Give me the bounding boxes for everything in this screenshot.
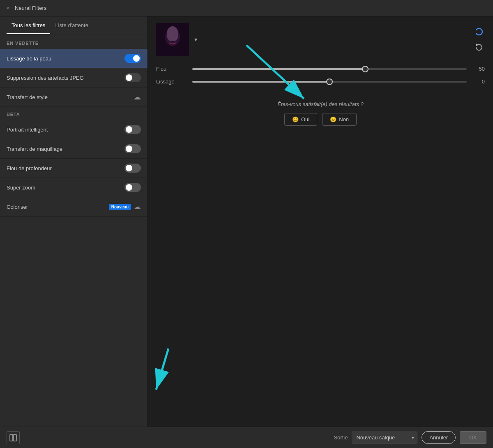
preview-row: ▾ xyxy=(156,23,485,56)
tab-tous-les-filtres[interactable]: Tous les filtres xyxy=(7,16,50,34)
slider-thumb-flou[interactable] xyxy=(362,66,369,72)
panel-icon-group xyxy=(473,26,485,53)
title-bar: × Neural Filters xyxy=(0,0,493,16)
oui-label: Oui xyxy=(301,116,309,122)
panel-toggle-button[interactable] xyxy=(7,431,20,444)
filter-label-coloriser: Coloriser xyxy=(7,204,28,210)
bottom-right: Sortie Nouveau calque Calque actif Docum… xyxy=(334,431,486,444)
non-icon: 😟 xyxy=(330,116,336,122)
filter-label-super-zoom: Super zoom xyxy=(7,185,35,191)
section-beta-heading: BÊTA xyxy=(0,112,147,120)
toggle-flou-profondeur[interactable] xyxy=(124,164,141,173)
svg-marker-10 xyxy=(476,44,479,46)
satisfaction-section: Êtes-vous satisfait(e) des résultats ? 😊… xyxy=(156,101,485,126)
bottom-bar: Sortie Nouveau calque Calque actif Docum… xyxy=(0,427,493,448)
filter-item-coloriser[interactable]: Coloriser Nouveau ☁ xyxy=(0,197,147,217)
oui-icon: 😊 xyxy=(292,116,299,122)
non-label: Non xyxy=(339,116,349,122)
slider-section: Flou 50 Lissage 0 xyxy=(156,66,485,91)
toggle-suppression[interactable] xyxy=(124,73,141,82)
satisfaction-question: Êtes-vous satisfait(e) des résultats ? xyxy=(277,101,364,107)
annuler-button[interactable]: Annuler xyxy=(422,431,456,444)
slider-row-flou: Flou 50 xyxy=(156,66,485,72)
tab-bar: Tous les filtres Liste d'attente xyxy=(0,16,147,34)
svg-rect-12 xyxy=(14,434,16,441)
toggle-super-zoom[interactable] xyxy=(124,183,141,192)
filter-label-transfert-maquillage: Transfert de maquillage xyxy=(7,146,62,152)
slider-label-flou: Flou xyxy=(156,66,189,72)
satisfaction-non-button[interactable]: 😟 Non xyxy=(322,113,357,126)
toggle-transfert-maquillage[interactable] xyxy=(124,144,141,153)
satisfaction-buttons: 😊 Oui 😟 Non xyxy=(284,113,357,126)
reset-icon-button[interactable] xyxy=(473,42,485,53)
slider-track-lissage[interactable] xyxy=(192,81,467,83)
svg-rect-11 xyxy=(10,434,13,441)
tab-liste-attente[interactable]: Liste d'attente xyxy=(50,16,93,34)
filter-item-super-zoom[interactable]: Super zoom xyxy=(0,178,147,197)
filter-item-flou-profondeur[interactable]: Flou de profondeur xyxy=(0,159,147,178)
filter-label-lissage: Lissage de la peau xyxy=(7,55,51,62)
filter-item-portrait[interactable]: Portrait intelligent xyxy=(0,120,147,139)
spinner-icon-button[interactable] xyxy=(473,26,485,37)
main-container: Tous les filtres Liste d'attente EN VEDE… xyxy=(0,16,493,427)
filter-label-portrait: Portrait intelligent xyxy=(7,127,48,133)
window-title: Neural Filters xyxy=(15,5,46,11)
slider-value-flou: 50 xyxy=(470,66,485,72)
cloud-icon-coloriser: ☁ xyxy=(134,202,141,211)
filter-item-lissage[interactable]: Lissage de la peau xyxy=(0,49,147,68)
slider-value-lissage: 0 xyxy=(470,79,485,85)
toggle-portrait[interactable] xyxy=(124,125,141,134)
slider-label-lissage: Lissage xyxy=(156,79,189,85)
preview-thumb-wrapper: ▾ xyxy=(156,23,201,56)
bottom-left xyxy=(7,431,20,444)
ok-button[interactable]: OK xyxy=(460,431,486,444)
slider-row-lissage: Lissage 0 xyxy=(156,79,485,85)
sortie-select[interactable]: Nouveau calque Calque actif Document act… xyxy=(352,432,417,443)
filter-item-transfert-style[interactable]: Transfert de style ☁ xyxy=(0,88,147,107)
section-en-vedette-heading: EN VEDETTE xyxy=(0,41,147,49)
cloud-icon-transfert-style: ☁ xyxy=(134,92,141,102)
svg-point-9 xyxy=(476,28,482,35)
right-panel: ▾ Flou xyxy=(148,16,493,427)
toggle-lissage[interactable] xyxy=(124,54,141,63)
close-button[interactable]: × xyxy=(5,5,11,11)
filter-label-flou-profondeur: Flou de profondeur xyxy=(7,165,52,171)
svg-point-4 xyxy=(168,34,171,37)
svg-point-5 xyxy=(174,34,177,37)
filter-label-transfert-style: Transfert de style xyxy=(7,94,48,100)
sortie-select-wrapper[interactable]: Nouveau calque Calque actif Document act… xyxy=(352,432,417,443)
sortie-label: Sortie xyxy=(334,434,348,441)
svg-rect-8 xyxy=(156,23,189,56)
preview-thumbnail xyxy=(156,23,189,56)
filter-item-suppression[interactable]: Suppression des artefacts JPEG xyxy=(0,68,147,88)
sidebar: Tous les filtres Liste d'attente EN VEDE… xyxy=(0,16,148,427)
filter-item-transfert-maquillage[interactable]: Transfert de maquillage xyxy=(0,139,147,159)
svg-point-6 xyxy=(167,34,172,36)
satisfaction-oui-button[interactable]: 😊 Oui xyxy=(284,113,317,126)
badge-nouveau: Nouveau xyxy=(109,204,131,210)
filter-label-suppression: Suppression des artefacts JPEG xyxy=(7,75,84,81)
svg-point-7 xyxy=(173,34,178,36)
slider-thumb-lissage[interactable] xyxy=(326,79,333,85)
slider-track-flou[interactable] xyxy=(192,68,467,70)
thumbnail-dropdown-button[interactable]: ▾ xyxy=(190,34,201,45)
